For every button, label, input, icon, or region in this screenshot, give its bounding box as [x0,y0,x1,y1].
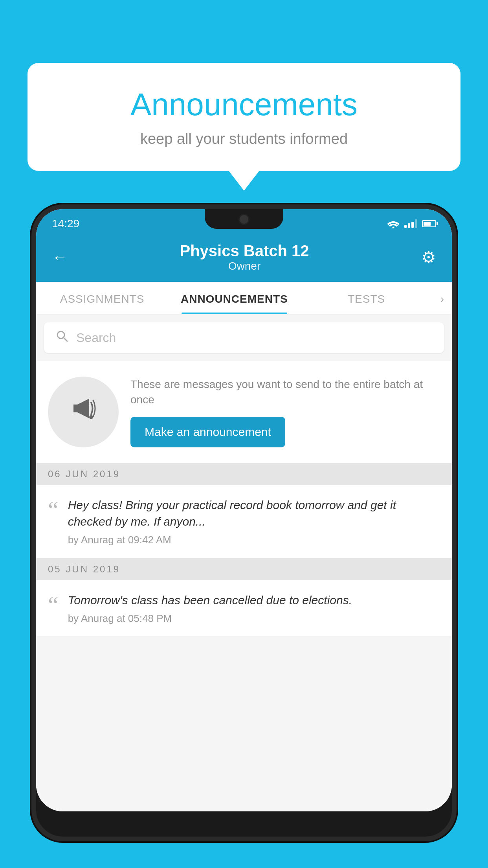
prompt-description: These are messages you want to send to t… [130,377,440,407]
status-time: 14:29 [52,217,79,230]
search-placeholder: Search [76,331,116,345]
screen-content: Search [36,314,452,811]
signal-icon [404,219,417,228]
announcement-text-2: Tomorrow's class has been cancelled due … [68,592,440,609]
announcement-content-2: Tomorrow's class has been cancelled due … [68,592,440,625]
phone-frame: 14:29 [31,204,457,841]
announcement-item-1[interactable]: “ Hey class! Bring your practical record… [36,485,452,558]
phone-notch [205,209,283,229]
announcement-content-1: Hey class! Bring your practical record b… [68,497,440,546]
megaphone-circle [48,377,119,447]
phone-screen: 14:29 [36,209,452,811]
speech-bubble: Announcements keep all your students inf… [28,63,460,171]
back-button[interactable]: ← [52,248,68,266]
status-icons [387,219,436,228]
bubble-subtitle: keep all your students informed [59,131,429,147]
date-separator-1: 06 JUN 2019 [36,463,452,485]
settings-icon[interactable]: ⚙ [421,248,436,267]
bubble-title: Announcements [59,86,429,123]
header-title-group: Physics Batch 12 Owner [180,242,309,272]
tab-assignments[interactable]: ASSIGNMENTS [36,282,168,314]
date-separator-2: 05 JUN 2019 [36,558,452,580]
app-header: ← Physics Batch 12 Owner ⚙ [36,234,452,282]
announcement-by-2: by Anurag at 05:48 PM [68,612,440,625]
announcement-text-1: Hey class! Bring your practical record b… [68,497,440,530]
search-bar[interactable]: Search [44,322,444,353]
wifi-icon [387,219,400,228]
svg-line-2 [64,338,68,342]
tab-announcements[interactable]: ANNOUNCEMENTS [168,282,300,314]
announcement-by-1: by Anurag at 09:42 AM [68,534,440,546]
quote-icon-2: “ [48,595,59,614]
make-announcement-button[interactable]: Make an announcement [130,417,285,447]
svg-point-0 [393,227,394,229]
prompt-right: These are messages you want to send to t… [130,377,440,447]
announcement-prompt: These are messages you want to send to t… [36,361,452,463]
announcement-item-2[interactable]: “ Tomorrow's class has been cancelled du… [36,580,452,637]
battery-icon [422,220,436,227]
svg-point-3 [89,415,93,419]
phone-camera [238,214,250,225]
tabs-bar: ASSIGNMENTS ANNOUNCEMENTS TESTS › [36,282,452,314]
search-icon [56,329,68,346]
quote-icon-1: “ [48,500,59,519]
batch-title: Physics Batch 12 [180,242,309,260]
speech-bubble-section: Announcements keep all your students inf… [28,63,460,171]
phone-mockup: 14:29 [31,204,457,868]
batch-subtitle: Owner [180,260,309,272]
tab-more[interactable]: › [433,282,452,314]
megaphone-icon [66,391,101,434]
tab-tests[interactable]: TESTS [300,282,432,314]
